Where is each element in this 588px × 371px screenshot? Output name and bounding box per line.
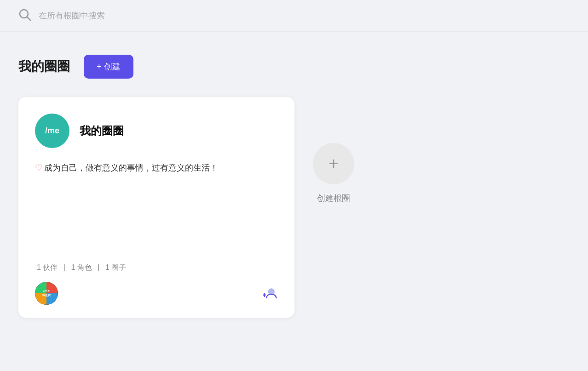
avatar-text: /me我是我: [42, 289, 51, 297]
card-header: /me 我的圈圈: [35, 114, 278, 148]
main-content: 我的圈圈 + 创建 /me 我的圈圈 ♡成为自己，做有意义的事情，过有意义的生活…: [0, 32, 588, 336]
stat-roles: 1 角色: [71, 263, 92, 271]
card-footer: /me我是我: [35, 282, 278, 305]
svg-line-1: [27, 17, 30, 20]
circle-avatar-text: /me: [45, 126, 59, 136]
section-header: 我的圈圈 + 创建: [18, 55, 570, 79]
stat-partners: 1 伙伴: [37, 263, 58, 271]
plus-icon: +: [329, 154, 338, 173]
circle-name: 我的圈圈: [80, 124, 124, 138]
create-circle-label: 创建根圈: [317, 193, 350, 204]
stat-circles: 1 圈子: [105, 263, 126, 271]
avatar-inner: /me我是我: [35, 282, 58, 305]
create-circle-widget: + 创建根圈: [313, 143, 354, 204]
search-placeholder[interactable]: 在所有根圈中搜索: [39, 10, 105, 21]
card-description: ♡成为自己，做有意义的事情，过有意义的生活！: [35, 161, 278, 186]
stat-sep2: |: [98, 263, 99, 271]
circle-avatar: /me: [35, 114, 69, 148]
create-circle-plus-button[interactable]: +: [313, 143, 354, 184]
add-user-button[interactable]: [263, 287, 278, 300]
heart-icon: ♡: [35, 163, 42, 172]
circle-card: /me 我的圈圈 ♡成为自己，做有意义的事情，过有意义的生活！ 1 伙伴 | 1…: [18, 97, 294, 318]
avatar: /me我是我: [35, 282, 58, 305]
search-bar: 在所有根圈中搜索: [0, 0, 588, 32]
stat-sep1: |: [63, 263, 65, 271]
description-text: 成为自己，做有意义的事情，过有意义的生活！: [44, 163, 218, 172]
search-icon: [18, 8, 31, 23]
cards-row: /me 我的圈圈 ♡成为自己，做有意义的事情，过有意义的生活！ 1 伙伴 | 1…: [18, 97, 570, 318]
section-title: 我的圈圈: [18, 58, 70, 75]
create-button[interactable]: + 创建: [84, 55, 133, 79]
card-stats: 1 伙伴 | 1 角色 | 1 圈子: [35, 263, 278, 273]
